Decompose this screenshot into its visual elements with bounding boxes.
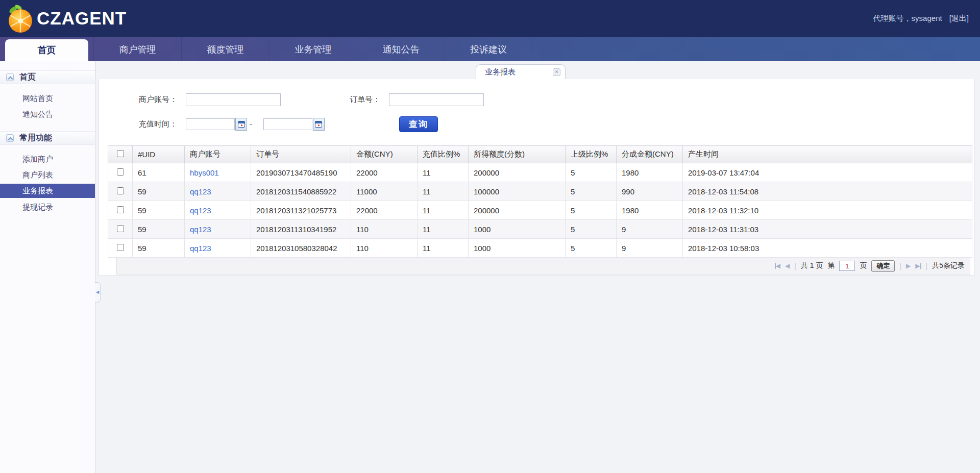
- app-header: CZAGENT 代理账号，sysagent [退出]: [0, 0, 980, 37]
- sidebar-section-common[interactable]: 常用功能: [0, 131, 95, 145]
- date-to-input[interactable]: [263, 118, 312, 130]
- cell-recharge_ratio: 11: [418, 163, 469, 182]
- calendar-icon[interactable]: [235, 118, 247, 131]
- last-page-icon[interactable]: ▶: [915, 262, 921, 269]
- col-merchant-account: 商户账号: [185, 146, 251, 163]
- nav-item-home-active[interactable]: 首页: [5, 39, 88, 61]
- nav-item-merchant-mgmt[interactable]: 商户管理: [93, 37, 181, 61]
- total-pages-text: 共 1 页: [801, 261, 823, 270]
- agent-account-label: 代理账号，sysagent: [873, 14, 942, 23]
- row-checkbox-cell: [108, 239, 133, 258]
- col-parent-ratio: 上级比例%: [566, 146, 617, 163]
- date-range-separator: -: [250, 120, 252, 128]
- col-recharge-ratio: 充值比例%: [418, 146, 469, 163]
- content-area: 商户账号： 订单号： 充值时间： - 查询: [96, 61, 980, 473]
- date-range-to: [263, 118, 325, 131]
- nav-item-business-mgmt[interactable]: 业务管理: [269, 37, 357, 61]
- cell-credit: 1000: [469, 220, 566, 239]
- date-range-from: [186, 118, 247, 131]
- collapse-chevron-icon[interactable]: [6, 73, 14, 81]
- confirm-page-button[interactable]: 确定: [871, 260, 895, 272]
- merchant-account-link[interactable]: qq123: [190, 244, 211, 253]
- sidebar-item-business-report[interactable]: 业务报表: [0, 184, 95, 198]
- cell-amount: 22000: [351, 201, 418, 220]
- sidebar-item-notice[interactable]: 通知公告: [0, 106, 95, 122]
- cell-account: qq123: [185, 201, 251, 220]
- row-checkbox[interactable]: [117, 187, 124, 194]
- cell-parent_ratio: 5: [566, 182, 617, 201]
- col-uid: #UID: [133, 146, 185, 163]
- cell-amount: 110: [351, 220, 418, 239]
- cell-recharge_ratio: 11: [418, 220, 469, 239]
- prev-page-icon[interactable]: ◀: [785, 262, 790, 269]
- row-checkbox[interactable]: [117, 206, 124, 213]
- merchant-account-label: 商户账号：: [99, 95, 177, 105]
- cell-order: 2018120311310341952: [251, 220, 351, 239]
- sidebar-item-merchant-list[interactable]: 商户列表: [0, 167, 95, 183]
- sidebar-item-add-merchant[interactable]: 添加商户: [0, 151, 95, 167]
- row-checkbox-cell: [108, 182, 133, 201]
- col-share-amount: 分成金额(CNY): [617, 146, 683, 163]
- merchant-account-link[interactable]: qq123: [190, 206, 211, 215]
- cell-created: 2019-03-07 13:47:04: [683, 163, 972, 182]
- cell-share_amount: 1980: [617, 201, 683, 220]
- cell-created: 2018-12-03 11:54:08: [683, 182, 972, 201]
- brand-logo-icon: [6, 4, 36, 34]
- cell-account: qq123: [185, 182, 251, 201]
- cell-created: 2018-12-03 11:32:10: [683, 201, 972, 220]
- cell-share_amount: 1980: [617, 163, 683, 182]
- main-nav: 商户管理 额度管理 业务管理 通知公告 投诉建议: [0, 37, 980, 61]
- search-button[interactable]: 查询: [399, 116, 438, 132]
- cell-parent_ratio: 5: [566, 220, 617, 239]
- col-credit: 所得额度(分数): [469, 146, 566, 163]
- collapse-chevron-icon[interactable]: [6, 134, 14, 142]
- logout-link[interactable]: [退出]: [949, 14, 969, 23]
- cell-order: 2018120311540885922: [251, 182, 351, 201]
- cell-credit: 200000: [469, 201, 566, 220]
- sidebar-item-site-home[interactable]: 网站首页: [0, 90, 95, 106]
- cell-parent_ratio: 5: [566, 239, 617, 258]
- cell-order: 2019030713470485190: [251, 163, 351, 182]
- select-all-checkbox[interactable]: [117, 150, 124, 157]
- row-checkbox[interactable]: [117, 225, 124, 232]
- cell-share_amount: 990: [617, 182, 683, 201]
- row-checkbox[interactable]: [117, 168, 124, 176]
- cell-amount: 11000: [351, 182, 418, 201]
- report-table-wrap: #UID 商户账号 订单号 金额(CNY) 充值比例% 所得额度(分数) 上级比…: [108, 145, 972, 275]
- cell-credit: 200000: [469, 163, 566, 182]
- merchant-account-link[interactable]: qq123: [190, 225, 211, 234]
- cell-created: 2018-12-03 10:58:03: [683, 239, 972, 258]
- tab-close-icon[interactable]: ✕: [553, 68, 560, 76]
- tab-business-report-active[interactable]: 业务报表 ✕: [476, 64, 566, 79]
- business-report-panel: 商户账号： 订单号： 充值时间： - 查询: [99, 79, 975, 276]
- nav-item-notice[interactable]: 通知公告: [357, 37, 445, 61]
- sidebar-section-home[interactable]: 首页: [0, 70, 95, 84]
- sidebar-section-title: 常用功能: [19, 133, 52, 143]
- nav-item-complaint[interactable]: 投诉建议: [445, 37, 532, 61]
- brand-title: CZAGENT: [37, 8, 127, 29]
- merchant-account-link[interactable]: hbys001: [190, 168, 219, 177]
- date-from-input[interactable]: [186, 118, 235, 130]
- row-checkbox[interactable]: [117, 244, 124, 251]
- col-amount: 金额(CNY): [351, 146, 418, 163]
- merchant-account-input[interactable]: [186, 93, 281, 106]
- select-all-cell: [108, 146, 133, 163]
- recharge-time-label: 充值时间：: [99, 119, 177, 129]
- report-table-body: 61hbys0012019030713470485190220001120000…: [108, 163, 972, 258]
- sidebar-collapse-handle[interactable]: ◀: [95, 282, 101, 303]
- order-no-label: 订单号：: [281, 95, 380, 105]
- first-page-icon[interactable]: ◀: [775, 262, 780, 269]
- row-checkbox-cell: [108, 220, 133, 239]
- report-table: #UID 商户账号 订单号 金额(CNY) 充值比例% 所得额度(分数) 上级比…: [108, 145, 972, 258]
- next-page-icon[interactable]: ▶: [906, 262, 911, 269]
- order-no-input[interactable]: [389, 93, 484, 106]
- sidebar-item-withdraw-records[interactable]: 提现记录: [0, 199, 95, 215]
- merchant-account-link[interactable]: qq123: [190, 187, 211, 196]
- cell-credit: 100000: [469, 182, 566, 201]
- nav-item-quota-mgmt[interactable]: 额度管理: [181, 37, 269, 61]
- tab-label: 业务报表: [485, 67, 553, 77]
- calendar-icon[interactable]: [313, 118, 325, 131]
- page-number-input[interactable]: [839, 261, 855, 271]
- total-records-text: 共5条记录: [932, 261, 965, 270]
- search-form-row-1: 商户账号： 订单号：: [99, 92, 974, 107]
